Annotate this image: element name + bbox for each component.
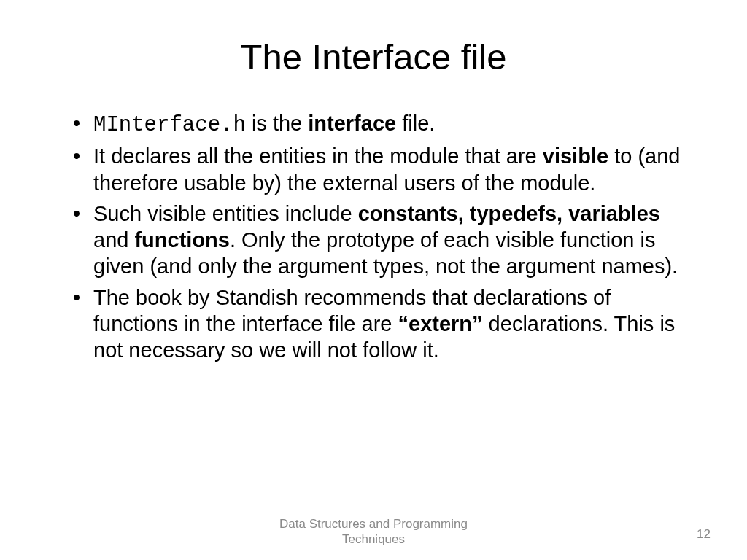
slide: The Interface file MInterface.h is the i… (0, 0, 747, 560)
bullet-list: MInterface.h is the interface file. It d… (55, 110, 692, 363)
slide-title: The Interface file (55, 36, 692, 77)
code-filename: MInterface.h (93, 113, 246, 137)
bullet-item-4: The book by Standish recommends that dec… (73, 284, 692, 364)
bold-text: visible (543, 144, 608, 168)
bullet-item-3: Such visible entities include constants,… (73, 201, 692, 280)
text-fragment: is the (246, 112, 308, 135)
text-fragment: Such visible entities include (93, 202, 358, 225)
text-fragment: It declares all the entities in the modu… (93, 144, 543, 168)
text-fragment: file. (396, 112, 435, 135)
slide-footer: Data Structures and Programming Techniqu… (0, 517, 747, 547)
bold-text: functions (134, 228, 230, 252)
footer-line-1: Data Structures and Programming (279, 517, 468, 531)
text-fragment: and (93, 228, 134, 252)
bullet-item-1: MInterface.h is the interface file. (73, 110, 692, 139)
page-number: 12 (697, 527, 711, 542)
bold-text: constants, typedefs, variables (358, 202, 660, 225)
footer-line-2: Techniques (342, 532, 405, 546)
footer-course-name: Data Structures and Programming Techniqu… (279, 517, 468, 547)
bold-text: interface (308, 112, 396, 135)
bold-text: “extern” (398, 312, 483, 335)
bullet-item-2: It declares all the entities in the modu… (73, 143, 692, 196)
